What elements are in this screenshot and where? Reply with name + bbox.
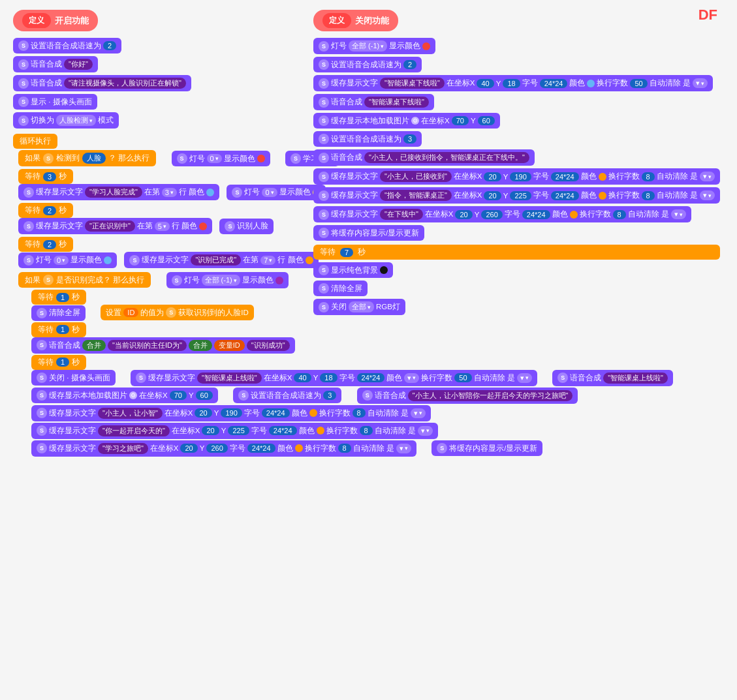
dot-blue	[206, 189, 214, 196]
block-tts-id: S 语音合成 合并 "当前识别的主任ID为" 合并 变量ID "识别成功"	[31, 337, 295, 354]
block-cache-r3: S 缓存显示文字 "在下线中" 在坐标X 20 Y 260 字号 24*24 颜…	[313, 206, 691, 222]
dot-red-2	[199, 222, 207, 230]
open-def-label: 定义	[22, 13, 51, 28]
workspace: DF 定义 开启功能 S 设置语音合成语速为 2 S 语音合成 "你好" S 语…	[0, 0, 737, 700]
block-switch-mode: S 切换为 人脸检测 模式	[13, 112, 119, 129]
dot-orange-r3	[570, 211, 578, 219]
dot-orange	[306, 256, 313, 264]
block-cache-img-r: S 缓存显示本地加载图片 ⚙ 在坐标X 70 Y 60	[313, 113, 500, 129]
dot-blue-r	[587, 80, 595, 87]
wait-1s-2: 等待 1 秒	[31, 322, 737, 337]
block-tts-journey: S 语音合成 "小主人，让小智陪你一起开启今天的学习之旅吧"	[357, 388, 578, 404]
block-cache-text-4: S 缓存显示文字 "小主人，让小智" 在坐标X 20 Y 190 字号 24*2…	[31, 405, 431, 421]
dot-orange-r2	[599, 192, 606, 200]
dot-orange-2	[309, 409, 317, 417]
block-cache-text-2: S 缓存显示文字 "正在识别中" 在第 5 行 颜色	[18, 218, 212, 234]
close-def-header: 定义 关闭功能	[313, 10, 398, 31]
block-cache-img: S 缓存显示本地加载图片 ⚙ 在坐标X 70 Y 60	[31, 388, 218, 403]
block-flush: S 将缓存内容显示/显示更新	[431, 440, 542, 456]
block-set-speed-3: S 设置语音合成语速为 3	[233, 388, 341, 403]
block-cache-r2: S 缓存显示文字 "指令，智能课桌正" 在坐标X 20 Y 225 字号 24*…	[313, 187, 720, 204]
block-cache-text-5: S 缓存显示文字 "你一起开启今天的" 在坐标X 20 Y 225 字号 24*…	[31, 423, 438, 439]
open-def-header: 定义 开启功能	[13, 10, 98, 31]
dot-black	[380, 266, 388, 274]
dot-blue-2	[104, 256, 112, 264]
block-flush-r: S 将缓存内容显示/显示更新	[313, 225, 424, 241]
block-tts-nihao: S 语音合成 "你好"	[13, 56, 98, 72]
block-led-yellow: S 灯号 0 显示颜色	[227, 185, 325, 200]
wait-1s-3: 等待 1 秒	[31, 355, 737, 370]
dot-orange-4	[295, 444, 303, 452]
gear-icon: ⚙	[129, 391, 137, 399]
block-show-bg: S 显示纯色背景	[313, 262, 393, 278]
block-cache-offline: S 缓存显示文字 "智能课桌下线啦" 在坐标X 40 Y 18 字号 24*24…	[313, 75, 713, 91]
block-cache-r1: S 缓存显示文字 "小主人，已接收到" 在坐标X 20 Y 190 字号 24*…	[313, 168, 720, 185]
block-recognize-face: S 识别人脸	[219, 219, 274, 234]
s-icon: S	[18, 40, 29, 51]
block-set-speed-1: S 设置语音合成语速为 2	[13, 38, 121, 53]
block-led-all-red: S 灯号 全部 (-1) 显示颜色	[313, 38, 435, 54]
dot-orange-r1	[599, 173, 606, 181]
block-cache-online: S 缓存显示文字 "智能课桌上线啦" 在坐标X 40 Y 18 字号 24*24…	[131, 370, 537, 386]
wait-7s: 等待 7 秒	[313, 245, 720, 260]
close-function-section: 定义 关闭功能 S 灯号 全部 (-1) 显示颜色 S 设置语音合成语速为 2 …	[313, 10, 720, 316]
dot-orange-3	[317, 427, 324, 434]
block-tts-offline: S 语音合成 "智能课桌下线啦"	[313, 94, 434, 110]
block-tts-camera: S 语音合成 "请注视摄像头，人脸识别正在解锁"	[13, 75, 191, 91]
block-show-camera: S 显示 · 摄像头画面	[13, 94, 97, 110]
block-tts-offline2: S 语音合成 "小主人，已接收到指令，智能课桌正在下线中。"	[313, 149, 535, 166]
block-cache-text-6: S 缓存显示文字 "学习之旅吧" 在坐标X 20 Y 260 字号 24*24 …	[31, 440, 416, 457]
block-clear-screen-1: S 清除全屏	[31, 305, 86, 321]
block-close-rgb: S 关闭 全部 RGB灯	[313, 299, 405, 315]
dot-red-right	[422, 42, 430, 50]
block-led-all-purple: S 灯号 全部 (-1) 显示颜色	[166, 272, 289, 288]
dot-purple	[275, 277, 283, 284]
if-face-header: 如果 S 检测到 人脸 ？ 那么执行	[18, 150, 156, 166]
loop-header: 循环执行	[13, 134, 57, 149]
block-led-blue: S 灯号 0 显示颜色	[18, 252, 117, 268]
block-set-speed-r2: S 设置语音合成语速为 2	[313, 57, 422, 72]
dot-red	[257, 155, 265, 162]
block-clear-r: S 清除全屏	[313, 281, 368, 296]
block-led-red: S 灯号 0 显示颜色	[172, 151, 270, 166]
block-set-id: 设置 ID 的值为 S 获取识别到的人脸ID	[101, 305, 254, 320]
block-tts-online: S 语音合成 "智能课桌上线啦"	[552, 370, 673, 386]
block-set-speed-r3: S 设置语音合成语速为 3	[313, 131, 422, 147]
block-cache-text-1: S 缓存显示文字 "学习人脸完成" 在第 3 行 颜色	[18, 184, 219, 200]
if-recognized-header: 如果 S 是否识别完成？ 那么执行	[18, 272, 151, 288]
block-cache-text-3: S 缓存显示文字 "识别已完成" 在第 7 行 颜色	[124, 252, 318, 268]
block-close-camera: S 关闭 · 摄像头画面	[31, 370, 116, 386]
close-def-label: 定义	[322, 13, 351, 28]
